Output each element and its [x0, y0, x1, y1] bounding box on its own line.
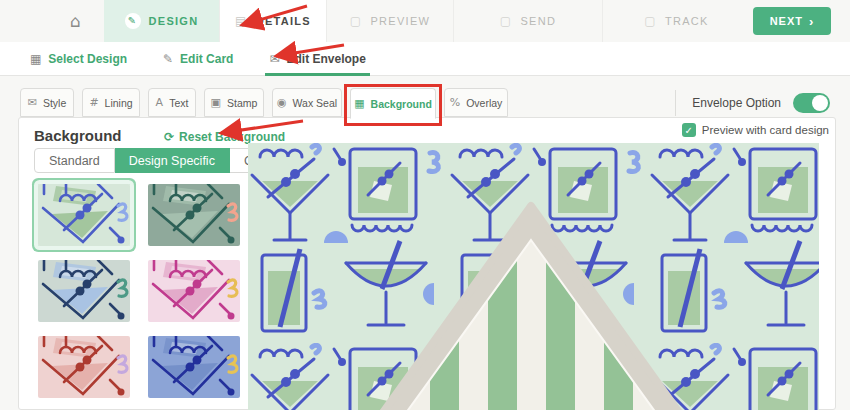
tab-track-label: TRACK: [665, 15, 709, 27]
image-icon: ▦: [354, 97, 364, 110]
tab-lining[interactable]: # Lining: [82, 88, 140, 117]
sub-nav-edit-card[interactable]: ✎ Edit Card: [163, 42, 233, 76]
envelope-option-label: Envelope Option: [692, 96, 781, 110]
preview-icon: ▢: [350, 14, 363, 28]
tab-background[interactable]: ▦ Background: [350, 88, 436, 119]
workflow-tabs: ✎ DESIGN ▤ DETAILS ▢ PREVIEW ▢ SEND ▢ TR…: [104, 0, 750, 42]
tab-background-label: Background: [371, 98, 432, 110]
pencil-square-icon: ✎: [125, 13, 141, 29]
background-thumbnail-blue-navy[interactable]: [148, 336, 240, 398]
tab-details[interactable]: ▤ DETAILS: [219, 0, 326, 42]
refresh-icon: ⟳: [164, 130, 174, 144]
preview-with-card-option: ✓ Preview with card design: [682, 123, 829, 137]
tab-lining-label: Lining: [105, 97, 133, 109]
envelope-editor-tabs: ✉ Style # Lining A Text ▣ Stamp ◉ Wax Se…: [20, 88, 508, 119]
tab-stamp-label: Stamp: [227, 97, 257, 109]
tab-details-label: DETAILS: [256, 15, 311, 27]
panel-heading: Background: [34, 127, 122, 144]
chevron-right-icon: ›: [809, 14, 814, 29]
background-thumbnail-grid: [38, 184, 240, 398]
envelope-background-preview[interactable]: [248, 143, 819, 410]
background-thumbnail-sage-teal[interactable]: [148, 184, 240, 246]
grid-icon: ▦: [30, 52, 41, 66]
home-icon[interactable]: ⌂: [70, 11, 81, 31]
envelope-icon: ✉: [269, 52, 279, 66]
envelope-option-control: Envelope Option: [675, 90, 830, 116]
next-button-label: NEXT: [770, 15, 803, 27]
tab-design-label: DESIGN: [149, 15, 199, 27]
edit-envelope-label: Edit Envelope: [287, 52, 366, 66]
overlay-icon: %: [450, 96, 460, 109]
tab-send-label: SEND: [520, 15, 556, 27]
text-icon: A: [156, 96, 164, 109]
envelope-style-icon: ✉: [28, 96, 37, 109]
tab-send[interactable]: ▢ SEND: [453, 0, 602, 42]
background-thumbnail-mint-blue[interactable]: [38, 184, 130, 246]
tab-style[interactable]: ✉ Style: [20, 88, 74, 117]
tab-stamp[interactable]: ▣ Stamp: [204, 88, 264, 117]
stamp-icon: ▣: [211, 96, 221, 109]
tab-preview[interactable]: ▢ PREVIEW: [326, 0, 453, 42]
pencil-icon: ✎: [163, 52, 173, 66]
next-button[interactable]: NEXT ›: [753, 7, 831, 35]
tab-track[interactable]: ▢ TRACK: [602, 0, 750, 42]
toggle-knob: [812, 95, 828, 111]
background-thumbnail-pink-magenta[interactable]: [148, 260, 240, 322]
segment-standard[interactable]: Standard: [34, 148, 115, 173]
segment-design-specific[interactable]: Design Specific: [115, 148, 230, 173]
background-thumbnail-rose-red[interactable]: [38, 336, 130, 398]
background-panel: Background ⟳ Reset Background ✓ Preview …: [18, 117, 836, 410]
select-design-label: Select Design: [48, 52, 127, 66]
tab-preview-label: PREVIEW: [370, 15, 430, 27]
tab-design[interactable]: ✎ DESIGN: [104, 0, 219, 42]
preview-with-card-label: Preview with card design: [702, 124, 829, 136]
tab-overlay-label: Overlay: [466, 97, 502, 109]
wax-seal-icon: ◉: [277, 96, 287, 109]
tab-text-label: Text: [169, 97, 188, 109]
background-thumbnail-gray-navy[interactable]: [38, 260, 130, 322]
reset-background-link[interactable]: ⟳ Reset Background: [164, 130, 285, 144]
tab-text[interactable]: A Text: [148, 88, 196, 117]
tab-style-label: Style: [43, 97, 66, 109]
sub-nav-edit-envelope[interactable]: ✉ Edit Envelope: [269, 42, 365, 76]
tab-wax-seal[interactable]: ◉ Wax Seal: [272, 88, 342, 117]
top-nav-bar: ⌂ ✎ DESIGN ▤ DETAILS ▢ PREVIEW ▢ SEND ▢ …: [0, 0, 850, 43]
document-icon: ▤: [235, 14, 248, 28]
checkbox-checked-icon[interactable]: ✓: [682, 123, 696, 137]
sub-nav-select-design[interactable]: ▦ Select Design: [30, 42, 127, 76]
reset-background-label: Reset Background: [179, 130, 285, 144]
track-icon: ▢: [644, 14, 657, 28]
send-icon: ▢: [500, 14, 513, 28]
tab-wax-seal-label: Wax Seal: [293, 97, 338, 109]
tab-overlay[interactable]: % Overlay: [444, 88, 508, 117]
design-sub-nav: ▦ Select Design ✎ Edit Card ✉ Edit Envel…: [0, 42, 850, 76]
cocktail-pattern-preview: [248, 143, 819, 410]
edit-card-label: Edit Card: [180, 52, 233, 66]
hash-icon: #: [89, 96, 98, 109]
envelope-option-toggle[interactable]: [793, 93, 830, 113]
